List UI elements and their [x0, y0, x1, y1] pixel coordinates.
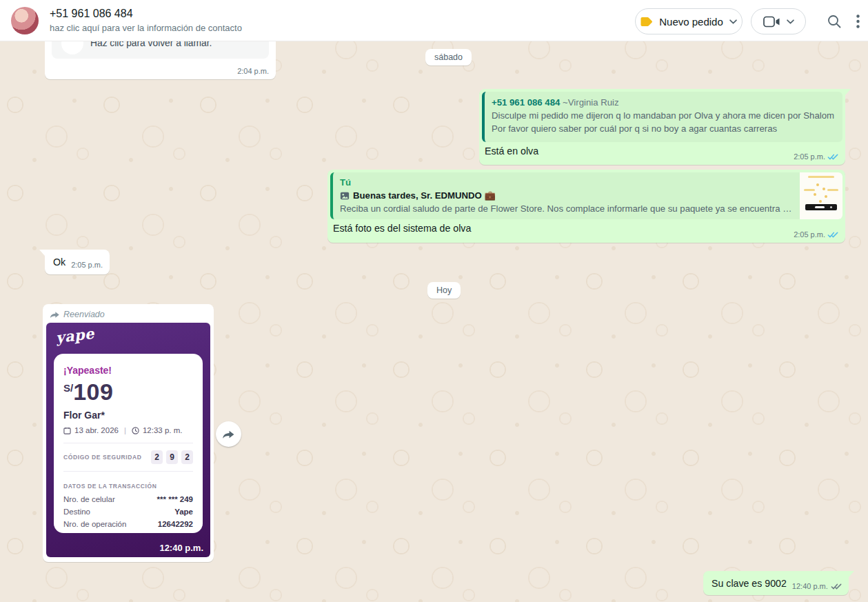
quote-thumbnail	[800, 172, 842, 219]
label-tag-icon	[640, 17, 653, 27]
quote-sender-suffix: ~Virginia Ruiz	[563, 97, 619, 108]
yape-receipt-image[interactable]: yape ¡Yapeaste! S/109 Flor Gar* 13 abr. …	[46, 323, 210, 557]
search-icon	[827, 14, 842, 29]
yape-logo: yape	[55, 325, 95, 347]
calendar-icon	[63, 427, 71, 434]
kebab-menu-icon	[856, 14, 860, 28]
quote-text: Reciba un cordial saludo de parte de Flo…	[340, 202, 793, 215]
transaction-row: Destino Yape	[63, 508, 193, 516]
security-code-digits: 2 9 2	[151, 450, 193, 464]
security-code-row: CÓDIGO DE SEGURIDAD 2 9 2	[63, 450, 193, 464]
chat-header: +51 961 086 484 haz clic aquí para ver l…	[0, 0, 868, 41]
message-time: 12:40 p.m.	[792, 582, 828, 590]
date-divider-today: Hoy	[427, 282, 461, 299]
forward-icon	[222, 430, 235, 439]
double-check-delivered-icon	[831, 583, 842, 590]
forwarded-label: Reenviado	[63, 310, 105, 319]
chevron-down-icon	[787, 19, 794, 24]
message-text: Está en olva	[485, 145, 840, 158]
message-time: 2:05 p.m.	[794, 152, 825, 161]
clock-icon	[132, 427, 139, 434]
contact-subtitle: haz clic aquí para ver la información de…	[50, 22, 242, 34]
search-button[interactable]	[825, 12, 843, 30]
forwarded-image-message: Reenviado yape ¡Yapeaste! S/109 Flor Gar…	[43, 304, 214, 562]
transaction-row: Nro. de operación 12642292	[63, 520, 193, 528]
incoming-message-ok: Ok 2:05 p.m.	[45, 250, 110, 274]
message-time: 2:05 p.m.	[71, 261, 103, 269]
forward-message-button[interactable]	[216, 421, 241, 447]
yape-receipt-card: ¡Yapeaste! S/109 Flor Gar* 13 abr. 2026 …	[54, 354, 203, 533]
message-text: Su clave es 9002	[711, 577, 787, 590]
transaction-row: Nro. de celular *** *** 249	[63, 495, 193, 503]
photo-icon	[340, 191, 350, 201]
whatsapp-chat-window: Haz clic para volver a llamar. 2:04 p.m.…	[0, 0, 868, 602]
security-code-label: CÓDIGO DE SEGURIDAD	[63, 454, 141, 461]
message-text: Está foto es del sistema de olva	[333, 222, 840, 235]
outgoing-message-2: Tú Buenas tardes, Sr. EDMUNDO 💼 Reciba u…	[327, 170, 845, 243]
quote-sender-name: Tú	[340, 177, 351, 188]
forwarded-icon	[50, 311, 60, 319]
double-check-read-icon	[827, 153, 838, 161]
new-order-label: Nuevo pedido	[659, 16, 723, 28]
new-order-button[interactable]: Nuevo pedido	[635, 8, 743, 34]
outgoing-message-key: Su clave es 9002 12:40 p.m.	[703, 571, 849, 595]
quote-title: Buenas tardes, Sr. EDMUNDO 💼	[353, 189, 496, 202]
receipt-amount: S/109	[63, 379, 193, 405]
menu-button[interactable]	[849, 12, 867, 30]
transaction-data-label: DATOS DE LA TRANSACCIÓN	[63, 483, 157, 490]
message-time: 2:05 p.m.	[794, 230, 825, 239]
receipt-title: ¡Yapeaste!	[63, 365, 193, 376]
message-time: 2:04 p.m.	[237, 67, 269, 75]
quoted-message[interactable]: Tú Buenas tardes, Sr. EDMUNDO 💼 Reciba u…	[330, 172, 842, 219]
contact-avatar[interactable]	[11, 7, 39, 34]
date-divider-saturday: sábado	[425, 49, 472, 66]
chevron-down-icon	[729, 19, 737, 24]
video-call-icon	[763, 16, 780, 28]
contact-info-button[interactable]: +51 961 086 484 haz clic aquí para ver l…	[50, 6, 242, 34]
message-text: Ok	[53, 256, 65, 269]
contact-title: +51 961 086 484	[50, 6, 242, 21]
video-call-button[interactable]	[751, 8, 806, 34]
quoted-message[interactable]: +51 961 086 484 ~Virginia Ruiz Disculpe …	[482, 92, 842, 142]
receipt-payee: Flor Gar*	[63, 410, 193, 421]
double-check-read-icon	[827, 231, 838, 239]
quote-sender-name: +51 961 086 484	[492, 97, 560, 108]
outgoing-message-1: +51 961 086 484 ~Virginia Ruiz Disculpe …	[479, 89, 845, 165]
receipt-datetime: 13 abr. 2026 | 12:33 p. m.	[63, 426, 193, 434]
quote-text: Disculpe mi pedido me dijeron q lo manda…	[492, 109, 836, 135]
image-message-time: 12:40 p.m.	[159, 543, 203, 553]
